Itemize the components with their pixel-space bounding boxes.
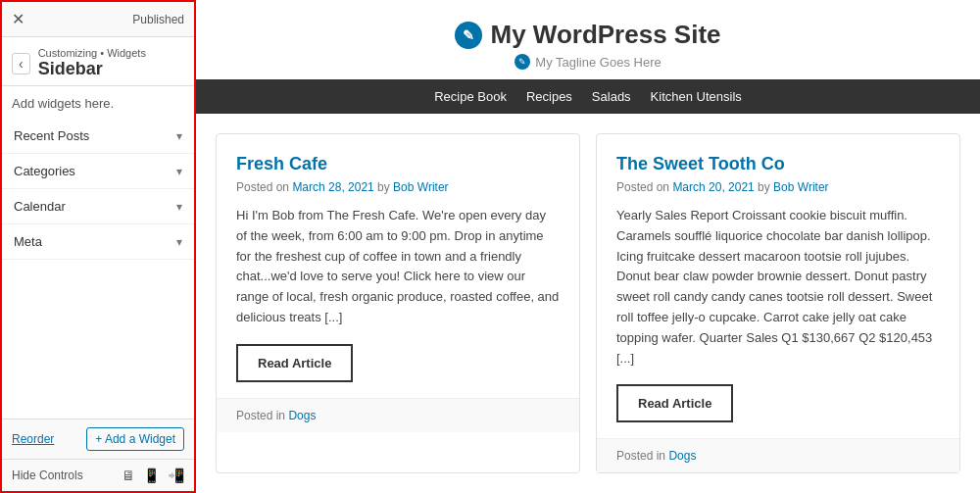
- published-badge: Published: [132, 13, 184, 26]
- breadcrumb-info: Customizing • Widgets Sidebar: [38, 47, 184, 79]
- widget-item[interactable]: Calendar▾: [2, 189, 194, 224]
- post-meta: Posted on March 28, 2021 by Bob Writer: [236, 180, 560, 194]
- post-footer: Posted in Dogs: [217, 398, 579, 432]
- post-author[interactable]: Bob Writer: [393, 180, 448, 194]
- breadcrumb-area: ‹ Customizing • Widgets Sidebar: [2, 37, 194, 86]
- breadcrumb-path: Customizing • Widgets: [38, 47, 184, 59]
- tagline-text: My Tagline Goes Here: [535, 55, 661, 70]
- post-excerpt: Yearly Sales Report Croissant cookie bis…: [616, 206, 940, 369]
- desktop-icon[interactable]: 🖥: [122, 468, 135, 483]
- mobile-icon[interactable]: 📲: [168, 468, 184, 483]
- chevron-icon: ▾: [176, 129, 182, 143]
- widget-name: Categories: [14, 164, 75, 178]
- post-category[interactable]: Dogs: [668, 449, 696, 463]
- chevron-icon: ▾: [176, 165, 182, 178]
- nav-item[interactable]: Kitchen Utensils: [651, 89, 742, 104]
- reorder-button[interactable]: Reorder: [12, 432, 54, 446]
- panel-footer: Reorder + Add a Widget: [2, 419, 194, 459]
- wp-header: ✎ My WordPress Site ✎ My Tagline Goes He…: [196, 0, 980, 79]
- widget-item[interactable]: Meta▾: [2, 224, 194, 260]
- post-title[interactable]: The Sweet Tooth Co: [616, 154, 940, 174]
- tablet-icon[interactable]: 📱: [143, 468, 160, 483]
- widget-item[interactable]: Recent Posts▾: [2, 119, 194, 154]
- widget-name: Calendar: [14, 199, 66, 214]
- widget-item[interactable]: Categories▾: [2, 154, 194, 189]
- read-article-button[interactable]: Read Article: [616, 384, 733, 422]
- chevron-icon: ▾: [176, 200, 182, 214]
- add-widget-button[interactable]: + Add a Widget: [86, 427, 184, 451]
- post-card: The Sweet Tooth Co Posted on March 20, 2…: [596, 133, 960, 473]
- read-article-button[interactable]: Read Article: [236, 344, 353, 382]
- nav-item[interactable]: Salads: [592, 89, 631, 104]
- hide-controls-button[interactable]: Hide Controls: [12, 468, 83, 482]
- post-category[interactable]: Dogs: [288, 409, 316, 422]
- widget-name: Recent Posts: [14, 128, 89, 143]
- close-button[interactable]: ✕: [12, 10, 24, 28]
- wp-preview: ✎ My WordPress Site ✎ My Tagline Goes He…: [196, 0, 980, 493]
- nav-item[interactable]: Recipe Book: [434, 89, 507, 104]
- device-icons: 🖥 📱 📲: [122, 468, 184, 483]
- post-title[interactable]: Fresh Cafe: [236, 154, 560, 174]
- widgets-list: Recent Posts▾Categories▾Calendar▾Meta▾: [2, 119, 194, 419]
- wp-logo-icon: ✎: [455, 22, 482, 49]
- chevron-icon: ▾: [176, 235, 182, 249]
- post-card: Fresh Cafe Posted on March 28, 2021 by B…: [216, 133, 580, 473]
- section-title: Sidebar: [38, 59, 103, 78]
- post-date[interactable]: March 28, 2021: [292, 180, 373, 194]
- widget-name: Meta: [14, 234, 42, 249]
- nav-item[interactable]: Recipes: [526, 89, 572, 104]
- post-excerpt: Hi I'm Bob from The Fresh Cafe. We're op…: [236, 206, 560, 328]
- post-meta: Posted on March 20, 2021 by Bob Writer: [616, 180, 940, 194]
- wp-site-title: ✎ My WordPress Site: [216, 20, 960, 50]
- bottom-controls: Hide Controls 🖥 📱 📲: [2, 459, 194, 491]
- tagline-icon: ✎: [514, 54, 530, 70]
- wp-content: Fresh Cafe Posted on March 28, 2021 by B…: [196, 114, 980, 493]
- customizer-panel: ✕ Published ‹ Customizing • Widgets Side…: [0, 0, 196, 493]
- back-button[interactable]: ‹: [12, 53, 30, 74]
- site-title-text: My WordPress Site: [490, 20, 720, 50]
- wp-nav: Recipe BookRecipesSaladsKitchen Utensils: [196, 79, 980, 114]
- top-bar: ✕ Published: [2, 2, 194, 37]
- post-author[interactable]: Bob Writer: [773, 180, 828, 194]
- add-widgets-label: Add widgets here.: [2, 86, 194, 119]
- post-footer: Posted in Dogs: [597, 438, 959, 472]
- wp-tagline: ✎ My Tagline Goes Here: [216, 54, 960, 70]
- post-date[interactable]: March 20, 2021: [672, 180, 754, 194]
